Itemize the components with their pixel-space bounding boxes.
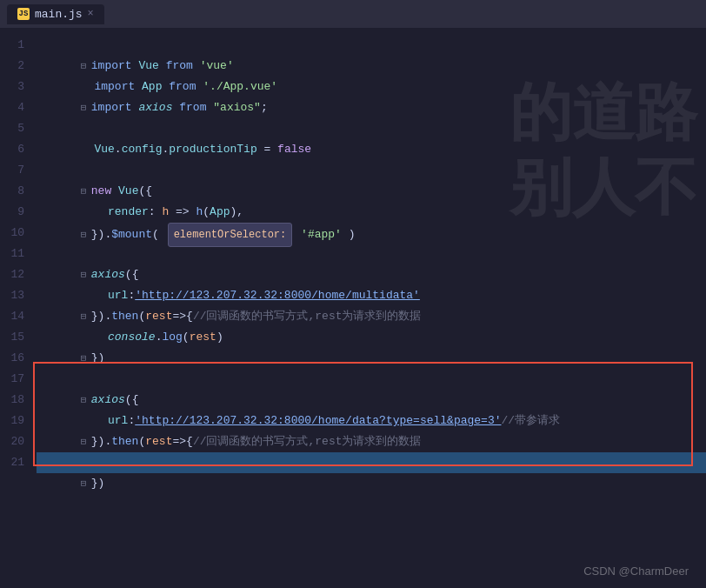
code-line-14: console.log(rest)	[37, 306, 706, 327]
code-line-2: import App from './App.vue'	[37, 56, 706, 77]
code-line-15: ⊟})	[37, 327, 706, 348]
tab-filename: main.js	[35, 8, 83, 21]
code-line-16	[37, 348, 706, 369]
watermark: CSDN @CharmDeer	[583, 565, 689, 578]
close-icon[interactable]: ×	[88, 8, 94, 20]
code-line-19: ⊟}).then(rest=>{//回调函数的书写方式,rest为请求到的数据	[37, 411, 706, 431]
tab-icon: JS	[17, 8, 30, 20]
code-line-6	[37, 139, 706, 160]
code-line-12: url:'http://123.207.32.32:8000/home/mult…	[37, 264, 706, 285]
code-line-9: ⊟}).$mount( elementOrSelector: '#app' )	[37, 202, 706, 223]
code-line-11: ⊟axios({	[37, 244, 706, 264]
code-line-18: url:'http://123.207.32.32:8000/home/data…	[37, 390, 706, 411]
code-content: ⊟import Vue from 'vue' import App from '…	[33, 28, 706, 588]
line-numbers: 12345 678910 1112131415 1617181920 21	[0, 28, 33, 588]
editor-area: 的道路别人不 12345 678910 1112131415 161718192…	[0, 28, 706, 588]
code-line-8: render: h => h(App),	[37, 181, 706, 202]
code-line-4	[37, 97, 706, 118]
code-line-20: console.log(rest)	[37, 431, 706, 452]
code-line-17: ⊟axios({	[37, 369, 706, 390]
code-line-21: ⊟})	[37, 452, 706, 473]
code-line-7: ⊟new Vue({	[37, 160, 706, 181]
code-line-5: Vue.config.productionTip = false	[37, 118, 706, 139]
code-line-1: ⊟import Vue from 'vue'	[37, 35, 706, 56]
code-line-3: ⊟import axios from "axios";	[37, 77, 706, 97]
code-line-10	[37, 223, 706, 244]
tab[interactable]: JS main.js ×	[7, 4, 104, 24]
code-line-13: ⊟}).then(rest=>{//回调函数的书写方式,rest为请求到的数据	[37, 285, 706, 306]
title-bar: JS main.js ×	[0, 0, 706, 28]
